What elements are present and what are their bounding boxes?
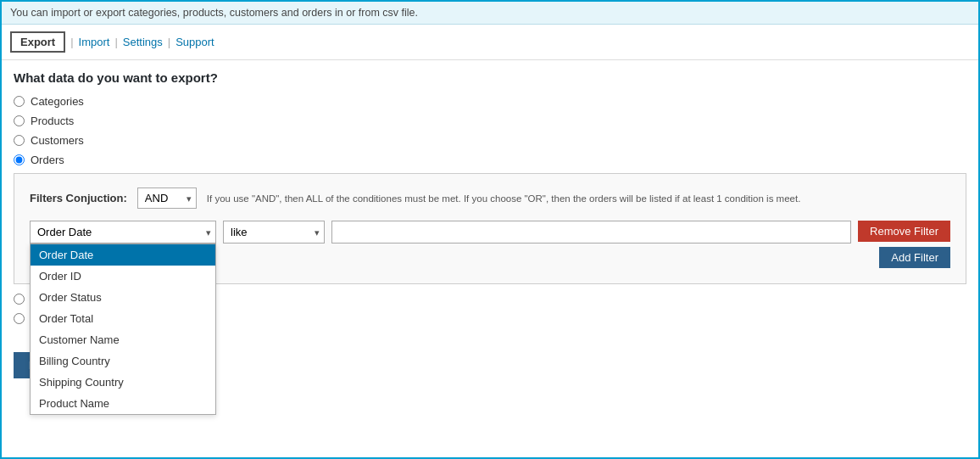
dropdown-item-order-id[interactable]: Order ID [31,266,215,287]
filters-conjunction-label: Filters Conjuction: [30,192,127,204]
dropdown-item-billing-country[interactable]: Billing Country [31,350,215,372]
info-bar-text: You can import or export categories, pro… [10,7,418,19]
add-filter-button[interactable]: Add Filter [879,247,950,268]
filter-operator-select[interactable]: like = != > < >= <= [223,221,325,243]
field-dropdown-overlay: Order Date Order ID Order Status Order T… [30,243,216,415]
operator-select-wrapper: like = != > < >= <= [223,221,325,243]
filter-row: Order Date Order ID Order Status Order T… [30,221,950,268]
filter-field-select[interactable]: Order Date Order ID Order Status Order T… [30,221,216,243]
main-content: What data do you want to export? Categor… [2,60,978,342]
filters-conjunction-row: Filters Conjuction: AND OR If you use "A… [30,188,950,209]
support-nav-link[interactable]: Support [175,36,214,48]
radio-products[interactable]: Products [14,115,966,127]
dropdown-item-order-date[interactable]: Order Date [31,244,215,266]
dropdown-item-customer-name[interactable]: Customer Name [31,329,215,350]
radio-products-input[interactable] [14,115,25,126]
radio-products-label: Products [31,115,74,127]
radio-categories[interactable]: Categories [14,95,966,108]
import-nav-link[interactable]: Import [79,36,110,48]
orders-section: Filters Conjuction: AND OR If you use "A… [14,173,966,284]
radio-categories-input[interactable] [14,96,25,107]
radio-customers[interactable]: Customers [14,134,966,147]
export-nav-button[interactable]: Export [10,31,65,53]
filter-buttons: Remove Filter Add Filter [858,221,950,268]
nav-sep-2: | [114,36,117,48]
radio-reviews-input[interactable] [14,294,25,305]
remove-filter-button[interactable]: Remove Filter [858,221,950,242]
info-bar: You can import or export categories, pro… [2,2,978,25]
filter-field-wrapper: Order Date Order ID Order Status Order T… [30,221,216,243]
filter-value-input[interactable] [331,221,851,243]
filters-hint: If you use "AND", then ALL of the condit… [207,193,801,204]
filter-operator-wrapper: like = != > < >= <= [223,221,325,243]
radio-orders[interactable]: Orders [14,154,966,166]
page-title: What data do you want to export? [14,70,966,85]
conjunction-select[interactable]: AND OR [137,188,197,209]
dropdown-item-order-total[interactable]: Order Total [31,308,215,329]
nav-sep-3: | [168,36,170,48]
radio-categories-label: Categories [31,95,84,108]
filter-field-select-wrapper: Order Date Order ID Order Status Order T… [30,221,216,243]
radio-orders-label: Orders [31,154,64,166]
settings-nav-link[interactable]: Settings [123,36,163,48]
radio-customers-label: Customers [31,134,84,147]
conjunction-select-wrapper: AND OR [137,188,197,209]
dropdown-item-shipping-country[interactable]: Shipping Country [31,372,215,393]
radio-customers-input[interactable] [14,135,25,146]
dropdown-item-product-name[interactable]: Product Name [31,393,215,414]
main-container: You can import or export categories, pro… [0,0,980,459]
nav-sep-1: | [70,36,73,48]
radio-coupons-input[interactable] [14,313,25,324]
radio-orders-input[interactable] [14,154,25,165]
nav-bar: Export | Import | Settings | Support [2,25,978,60]
dropdown-item-order-status[interactable]: Order Status [31,287,215,308]
